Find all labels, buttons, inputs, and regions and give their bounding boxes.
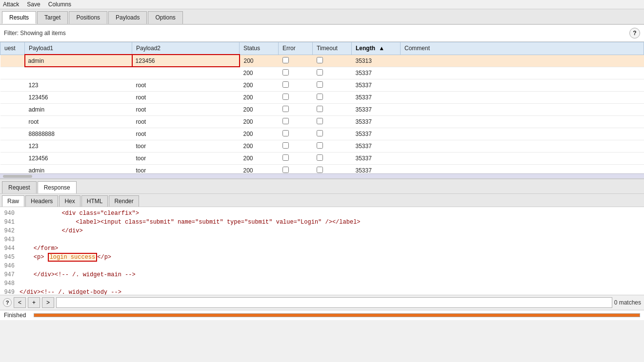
error-checkbox[interactable] <box>282 106 289 112</box>
table-row[interactable]: adminroot20035337 <box>0 103 644 115</box>
search-help-button[interactable]: ? <box>3 298 12 307</box>
cell-timeout <box>313 67 352 79</box>
table-row[interactable]: 20035337 <box>0 67 644 79</box>
timeout-checkbox[interactable] <box>317 69 323 76</box>
tab-target[interactable]: Target <box>37 11 68 24</box>
error-checkbox[interactable] <box>282 57 289 63</box>
code-line: 941 <label><input class="submit" name="s… <box>0 218 644 227</box>
code-line: 943 <box>0 235 644 244</box>
col-header-payload1[interactable]: Payload1 <box>25 42 132 55</box>
menu-columns[interactable]: Columns <box>48 1 71 8</box>
col-header-length[interactable]: Length ▲ <box>352 42 401 55</box>
cell-payload2: root <box>132 115 240 128</box>
line-content: </form> <box>20 244 644 253</box>
cell-payload2: toor <box>132 152 240 164</box>
line-number: 945 <box>0 253 20 262</box>
cell-payload2: toor <box>132 140 240 152</box>
col-header-payload2[interactable]: Payload2 <box>132 42 240 55</box>
col-header-request[interactable]: uest <box>0 42 25 55</box>
table-row[interactable]: admintoor20035337 <box>0 164 644 173</box>
menu-save[interactable]: Save <box>27 1 40 8</box>
tab-results[interactable]: Results <box>2 11 36 24</box>
sub-tab-hex[interactable]: Hex <box>59 195 80 207</box>
sort-arrow-icon: ▲ <box>379 45 384 52</box>
search-bar: ? < + > 0 matches <box>0 295 644 310</box>
tab-response[interactable]: Response <box>38 181 77 193</box>
cell-request <box>0 152 25 164</box>
line-content: <div class="clearfix"> <box>20 209 644 218</box>
cell-status: 200 <box>240 140 279 152</box>
code-line: 949</div><!-- /. widget-body --> <box>0 288 644 295</box>
tab-request[interactable]: Request <box>2 181 37 193</box>
horizontal-scroll[interactable] <box>0 173 644 178</box>
timeout-checkbox[interactable] <box>317 118 323 124</box>
menu-attack[interactable]: Attack <box>3 1 19 8</box>
sub-tab-headers[interactable]: Headers <box>25 195 58 207</box>
col-header-timeout[interactable]: Timeout <box>313 42 352 55</box>
sub-tab-raw[interactable]: Raw <box>2 195 24 207</box>
cell-comment <box>401 79 644 91</box>
status-bar: Finished <box>0 310 644 320</box>
table-row[interactable]: 123toor20035337 <box>0 140 644 152</box>
timeout-checkbox[interactable] <box>317 154 323 161</box>
results-table: uest Payload1 Payload2 Status Error Time… <box>0 42 644 173</box>
code-line: 944 </form> <box>0 244 644 253</box>
timeout-checkbox[interactable] <box>317 106 323 112</box>
search-next-button[interactable]: + <box>28 297 40 308</box>
error-checkbox[interactable] <box>282 81 289 88</box>
table-row[interactable]: 123456root20035337 <box>0 91 644 103</box>
timeout-checkbox[interactable] <box>317 81 323 88</box>
error-checkbox[interactable] <box>282 118 289 124</box>
code-line: 945 <p> login success</p> <box>0 253 644 262</box>
table-row[interactable]: 123456toor20035337 <box>0 152 644 164</box>
cell-comment <box>401 164 644 173</box>
cell-timeout <box>313 140 352 152</box>
help-button[interactable]: ? <box>629 28 640 38</box>
cell-length: 35337 <box>352 79 401 91</box>
tab-options[interactable]: Options <box>148 11 182 24</box>
cell-timeout <box>313 91 352 103</box>
table-row[interactable]: rootroot20035337 <box>0 115 644 128</box>
code-area: 940 <div class="clearfix">941 <label><in… <box>0 207 644 295</box>
table-row[interactable]: admin12345620035313 <box>0 55 644 67</box>
line-number: 947 <box>0 270 20 279</box>
col-header-error[interactable]: Error <box>279 42 313 55</box>
error-checkbox[interactable] <box>282 94 289 100</box>
sub-tab-html[interactable]: HTML <box>81 195 108 207</box>
timeout-checkbox[interactable] <box>317 57 323 63</box>
error-checkbox[interactable] <box>282 130 289 136</box>
cell-status: 200 <box>240 79 279 91</box>
main-tabs: Results Target Positions Payloads Option… <box>0 9 644 25</box>
cell-payload1: admin <box>25 55 132 67</box>
search-next2-button[interactable]: > <box>42 297 54 308</box>
cell-request <box>0 55 25 67</box>
tab-payloads[interactable]: Payloads <box>108 11 147 24</box>
table-row[interactable]: 123root20035337 <box>0 79 644 91</box>
error-checkbox[interactable] <box>282 167 289 173</box>
line-content: </div> <box>20 227 644 235</box>
tab-positions[interactable]: Positions <box>69 11 107 24</box>
col-header-status[interactable]: Status <box>240 42 279 55</box>
cell-length: 35337 <box>352 67 401 79</box>
cell-request <box>0 67 25 79</box>
sub-tab-render[interactable]: Render <box>109 195 139 207</box>
col-header-comment[interactable]: Comment <box>401 42 644 55</box>
search-prev-button[interactable]: < <box>14 297 26 308</box>
status-progress-bar <box>34 313 640 317</box>
error-checkbox[interactable] <box>282 69 289 76</box>
cell-length: 35337 <box>352 164 401 173</box>
error-checkbox[interactable] <box>282 142 289 149</box>
timeout-checkbox[interactable] <box>317 142 323 149</box>
status-progress-fill <box>34 314 640 317</box>
timeout-checkbox[interactable] <box>317 130 323 136</box>
error-checkbox[interactable] <box>282 154 289 161</box>
sub-tabs: Raw Headers Hex HTML Render <box>0 194 644 207</box>
table-row[interactable]: 88888888root20035337 <box>0 128 644 140</box>
cell-comment <box>401 55 644 67</box>
timeout-checkbox[interactable] <box>317 167 323 173</box>
line-number: 944 <box>0 244 20 253</box>
cell-length: 35337 <box>352 128 401 140</box>
timeout-checkbox[interactable] <box>317 94 323 100</box>
cell-status: 200 <box>240 164 279 173</box>
search-input[interactable] <box>56 297 612 308</box>
